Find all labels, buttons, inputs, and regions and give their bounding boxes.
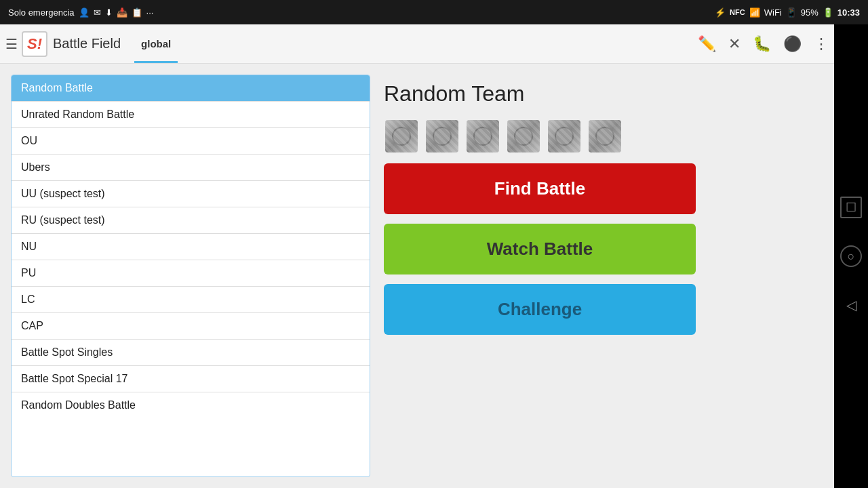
battle-list-item-1[interactable]: Unrated Random Battle <box>12 102 370 128</box>
back-nav-button[interactable]: ◁ <box>840 294 862 316</box>
pokemon-slot-2 <box>425 119 460 154</box>
app-logo: S! <box>22 31 47 57</box>
email-icon: ✉ <box>94 7 101 18</box>
bluetooth-icon: ⚡ <box>715 7 726 18</box>
debug-icon[interactable]: 🐛 <box>753 35 771 53</box>
wifi-icon: WiFi <box>764 7 782 18</box>
square-nav-button[interactable]: ☐ <box>840 197 862 218</box>
watch-battle-button[interactable]: Watch Battle <box>384 224 696 274</box>
signal-icon: 📶 <box>749 7 760 18</box>
circle-nav-button[interactable]: ○ <box>840 245 862 267</box>
team-title: Random Team <box>384 81 823 106</box>
find-battle-button[interactable]: Find Battle <box>384 163 696 214</box>
hamburger-icon[interactable]: ☰ <box>5 36 18 52</box>
download-icon: ⬇ <box>105 7 113 18</box>
battle-list-item-7[interactable]: PU <box>12 260 370 287</box>
battle-list-item-12[interactable]: Random Doubles Battle <box>12 392 370 418</box>
battery-percent: 95% <box>801 7 818 18</box>
pokemon-slot-6 <box>587 119 623 154</box>
app-bar-actions: ✏️ ✕ 🐛 ⚫ ⋮ <box>698 35 829 53</box>
battle-list-item-10[interactable]: Battle Spot Singles <box>12 340 370 366</box>
battle-list-container: Random BattleUnrated Random BattleOUUber… <box>11 75 370 477</box>
time-display: 10:33 <box>837 7 860 18</box>
status-left: Solo emergencia 👤 ✉ ⬇ 📥 📋 ··· <box>8 7 153 18</box>
challenge-button[interactable]: Challenge <box>384 284 696 335</box>
right-panel: Random Team <box>384 75 823 477</box>
pokemon-slot-3 <box>465 119 500 154</box>
battle-list-item-4[interactable]: UU (suspect test) <box>12 181 370 207</box>
app-title: Battle Field <box>53 36 121 52</box>
battle-list-item-3[interactable]: Ubers <box>12 155 370 181</box>
inbox-icon: 📥 <box>117 7 127 18</box>
clipboard-icon: 📋 <box>132 7 142 18</box>
battle-list-item-0[interactable]: Random Battle <box>12 75 370 102</box>
battle-list-item-9[interactable]: CAP <box>12 313 370 340</box>
battle-list-item-5[interactable]: RU (suspect test) <box>12 207 370 234</box>
android-nav-bar: ☐ ○ ◁ <box>834 24 868 488</box>
battle-list-item-8[interactable]: LC <box>12 287 370 313</box>
battle-list-item-11[interactable]: Battle Spot Special 17 <box>12 366 370 392</box>
pokemon-row <box>384 119 823 154</box>
pokemon-slot-1 <box>384 119 419 154</box>
battle-list-item-6[interactable]: NU <box>12 234 370 260</box>
edit-icon[interactable]: ✏️ <box>698 35 716 53</box>
pokemon-slot-5 <box>547 119 582 154</box>
close-icon[interactable]: ✕ <box>728 35 741 53</box>
sim-icon: 📱 <box>786 7 797 18</box>
nfc-icon: NFC <box>730 8 745 16</box>
app-name-status: Solo emergencia <box>8 7 75 18</box>
more-icon: ··· <box>146 7 154 18</box>
battery-icon: 🔋 <box>823 7 833 18</box>
main-content: Random BattleUnrated Random BattleOUUber… <box>0 64 834 488</box>
pokeball-icon[interactable]: ⚫ <box>783 35 802 53</box>
person-icon: 👤 <box>79 7 90 18</box>
app-bar: ☰ S! Battle Field global ✏️ ✕ 🐛 ⚫ ⋮ <box>0 24 834 64</box>
tab-global[interactable]: global <box>134 24 178 63</box>
battle-list-item-2[interactable]: OU <box>12 128 370 155</box>
more-vert-icon[interactable]: ⋮ <box>814 35 829 53</box>
status-right: ⚡ NFC 📶 WiFi 📱 95% 🔋 10:33 <box>715 7 860 18</box>
pokemon-slot-4 <box>506 119 541 154</box>
status-bar: Solo emergencia 👤 ✉ ⬇ 📥 📋 ··· ⚡ NFC 📶 Wi… <box>0 0 868 24</box>
